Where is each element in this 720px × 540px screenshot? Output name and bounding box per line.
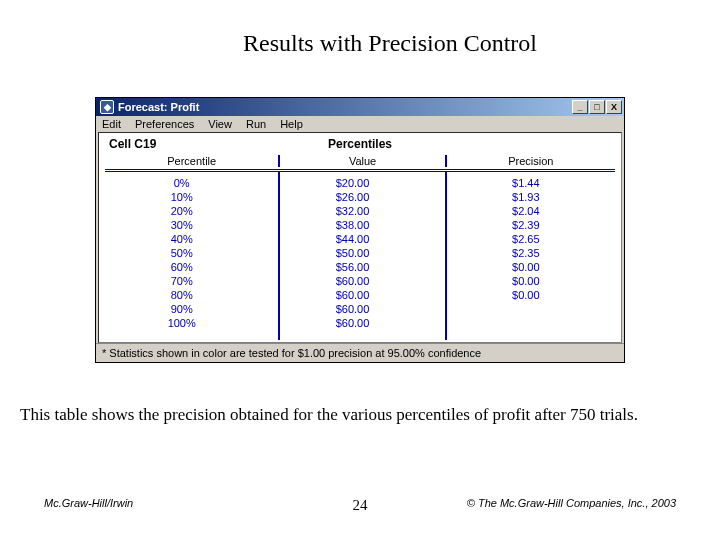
window-title: Forecast: Profit [118,101,572,113]
data-table: 0% 10% 20% 30% 40% 50% 60% 70% 80% 90% 1… [105,172,615,340]
titlebar: ◆ Forecast: Profit _ □ X [96,98,624,116]
cell: $0.00 [447,274,615,288]
menu-run[interactable]: Run [246,118,266,130]
menu-view[interactable]: View [208,118,232,130]
menu-preferences[interactable]: Preferences [135,118,194,130]
cell: $1.93 [447,190,615,204]
cell: 30% [105,218,278,232]
menu-help[interactable]: Help [280,118,303,130]
cell: $60.00 [280,288,444,302]
cell: $2.39 [447,218,615,232]
cell: $60.00 [280,274,444,288]
cell: 70% [105,274,278,288]
menubar: Edit Preferences View Run Help [96,116,624,132]
cell: $50.00 [280,246,444,260]
cell: 80% [105,288,278,302]
col-header-value: Value [278,155,446,167]
close-button[interactable]: X [606,100,622,114]
footer-publisher: Mc.Graw-Hill/Irwin [44,497,320,514]
app-icon: ◆ [100,100,114,114]
cell: $2.35 [447,246,615,260]
menu-edit[interactable]: Edit [102,118,121,130]
client-area: Cell C19 Percentiles Percentile Value Pr… [98,132,622,343]
cell: 20% [105,204,278,218]
maximize-button[interactable]: □ [589,100,605,114]
cell-reference: Cell C19 [109,137,264,151]
value-column: $20.00 $26.00 $32.00 $38.00 $44.00 $50.0… [278,172,446,340]
slide-title: Results with Precision Control [60,30,720,57]
table-header: Cell C19 Percentiles [105,135,615,153]
page-number: 24 [320,497,400,514]
col-header-percentile: Percentile [105,155,278,167]
cell: $2.04 [447,204,615,218]
statusbar-footnote: * Statistics shown in color are tested f… [96,343,624,362]
cell: 90% [105,302,278,316]
cell: 10% [105,190,278,204]
cell: $1.44 [447,176,615,190]
cell: $2.65 [447,232,615,246]
minimize-button[interactable]: _ [572,100,588,114]
cell: $32.00 [280,204,444,218]
cell: $26.00 [280,190,444,204]
app-window: ◆ Forecast: Profit _ □ X Edit Preference… [95,97,625,363]
footer-copyright: © The Mc.Graw-Hill Companies, Inc., 2003 [400,497,676,514]
cell: $0.00 [447,260,615,274]
cell: $44.00 [280,232,444,246]
window-controls: _ □ X [572,100,622,114]
cell: $0.00 [447,288,615,302]
precision-column: $1.44 $1.93 $2.04 $2.39 $2.65 $2.35 $0.0… [447,172,615,340]
slide-footer: Mc.Graw-Hill/Irwin 24 © The Mc.Graw-Hill… [0,497,720,514]
slide-caption: This table shows the precision obtained … [20,405,700,425]
cell: $56.00 [280,260,444,274]
cell: 0% [105,176,278,190]
cell: 50% [105,246,278,260]
percentile-column: 0% 10% 20% 30% 40% 50% 60% 70% 80% 90% 1… [105,172,278,340]
cell: 100% [105,316,278,330]
col-header-precision: Precision [447,155,615,167]
table-title: Percentiles [264,137,456,151]
cell: $60.00 [280,302,444,316]
cell: 40% [105,232,278,246]
cell: $60.00 [280,316,444,330]
cell: $20.00 [280,176,444,190]
cell: $38.00 [280,218,444,232]
column-headers: Percentile Value Precision [105,153,615,172]
cell: 60% [105,260,278,274]
